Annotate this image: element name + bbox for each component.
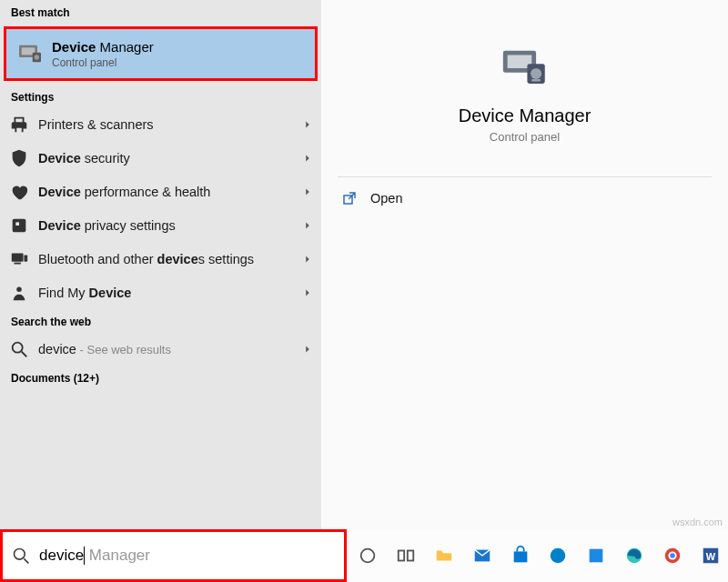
svg-rect-26 [590,549,603,563]
cortana-button[interactable] [350,538,385,573]
svg-point-20 [361,549,375,563]
preview-title: Device Manager [321,105,728,126]
row-label: device - See web results [38,342,301,356]
bluetooth-icon [9,249,29,269]
svg-rect-7 [15,262,21,264]
settings-item-bluetooth[interactable]: Bluetooth and other devices settings [0,242,321,276]
svg-point-10 [13,342,23,352]
watermark: wsxdn.com [672,517,723,527]
open-label: Open [370,191,402,206]
chevron-right-icon [301,286,314,299]
taskbar: W [347,529,728,582]
chrome-button[interactable] [655,538,690,573]
search-icon [9,339,29,359]
find-icon [9,283,29,303]
mail-button[interactable] [465,538,500,573]
privacy-icon [9,216,29,236]
dell-button[interactable] [541,538,576,573]
svg-text:W: W [706,551,716,562]
row-label: Device security [38,151,301,166]
device-manager-large-icon [499,42,551,95]
app-button-1[interactable] [579,538,613,573]
settings-header: Settings [0,85,321,107]
search-the-web-header: Search the web [0,309,321,332]
best-match-device-manager[interactable]: Device Manager Control panel [4,26,318,81]
settings-item-device-privacy[interactable]: Device privacy settings [0,208,321,242]
heart-icon [9,182,29,202]
open-action[interactable]: Open [321,177,728,219]
search-icon [12,547,30,565]
svg-point-18 [15,549,25,560]
svg-rect-21 [399,551,404,561]
file-explorer-button[interactable] [427,538,461,573]
svg-rect-16 [531,79,541,81]
settings-item-device-performance[interactable]: Device performance & health [0,175,321,208]
chevron-right-icon [301,186,314,198]
search-results-pane: Best match Device Manager Control panel … [0,0,321,529]
row-label: Bluetooth and other devices settings [38,252,301,266]
svg-rect-24 [513,551,527,562]
best-match-header: Best match [0,0,321,23]
open-icon [341,190,358,206]
chevron-right-icon [301,152,314,165]
chevron-right-icon [301,118,314,131]
best-match-text: Device Manager Control panel [52,39,306,69]
printer-icon [9,115,29,135]
documents-header: Documents (12+) [0,366,321,388]
svg-line-19 [24,558,28,563]
svg-rect-5 [15,222,19,226]
svg-rect-22 [408,551,413,561]
svg-rect-8 [25,255,28,261]
svg-rect-6 [12,253,24,261]
search-input[interactable]: device Manager [0,529,347,582]
word-button[interactable]: W [693,538,728,573]
chevron-right-icon [301,253,314,266]
settings-item-printers[interactable]: Printers & scanners [0,107,321,141]
store-button[interactable] [503,538,538,573]
chevron-right-icon [301,343,314,356]
row-label: Device performance & health [38,185,301,199]
row-label: Device privacy settings [38,218,301,233]
shield-icon [9,148,29,168]
svg-point-30 [670,553,675,558]
row-label: Find My Device [38,286,301,300]
settings-item-device-security[interactable]: Device security [0,141,321,175]
svg-point-15 [531,68,541,79]
web-result-device[interactable]: device - See web results [0,332,321,366]
edge-button[interactable] [617,538,652,573]
svg-point-25 [551,548,566,564]
preview-subtitle: Control panel [321,130,728,144]
search-text: device Manager [39,547,150,566]
preview-pane: Device Manager Control panel Open [321,0,728,529]
device-manager-icon [15,39,45,68]
settings-item-find-my-device[interactable]: Find My Device [0,276,321,309]
svg-point-9 [16,286,22,292]
task-view-button[interactable] [389,538,423,573]
chevron-right-icon [301,219,314,232]
svg-point-3 [35,55,39,59]
svg-line-11 [22,351,27,356]
row-label: Printers & scanners [38,117,301,132]
